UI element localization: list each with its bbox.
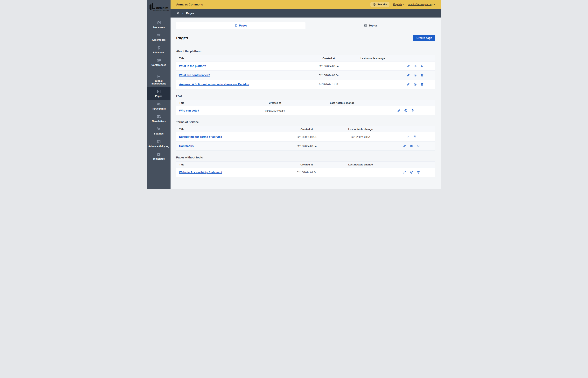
column-header-title: Title xyxy=(176,100,242,106)
edit-button[interactable] xyxy=(407,64,410,68)
tools-icon xyxy=(157,127,161,131)
sidebar-item-global-moderations[interactable]: Global moderations xyxy=(147,72,170,87)
trash-icon xyxy=(411,109,414,112)
page-title-link[interactable]: Website Accessibility Statement xyxy=(179,171,222,174)
table-row: Annares: A fictionnal universe to showca… xyxy=(176,80,435,89)
column-header-created-at: Created at xyxy=(280,162,333,168)
breadcrumb-current[interactable]: Pages xyxy=(186,12,194,15)
sidebar-item-assemblies[interactable]: Assemblies xyxy=(147,31,170,43)
sidebar-item-participants[interactable]: Participants xyxy=(147,100,170,112)
sidebar-item-initiatives[interactable]: Initiatives xyxy=(147,44,170,56)
table-row: Website Accessibility Statement 02/10/20… xyxy=(176,168,435,177)
preview-eye-icon xyxy=(413,73,417,77)
delete-button[interactable] xyxy=(420,73,424,77)
top-bar: Annares Commons See site English admin@e… xyxy=(170,0,441,9)
delete-button[interactable] xyxy=(420,64,424,68)
delete-button[interactable] xyxy=(417,171,420,174)
edit-button[interactable] xyxy=(407,82,410,86)
page-title-link[interactable]: Annares: A fictionnal universe to showca… xyxy=(179,83,249,86)
delete-button[interactable] xyxy=(417,144,420,148)
trash-icon xyxy=(417,171,420,174)
last-change-cell xyxy=(333,168,388,177)
section-heading: Terms of Service xyxy=(176,121,435,124)
preview-eye-icon xyxy=(413,135,417,139)
flag-icon xyxy=(157,74,161,79)
sidebar-item-templates[interactable]: Templates xyxy=(147,150,170,162)
pencil-icon xyxy=(406,135,410,139)
sidebar-item-admin-activity-log[interactable]: Admin activity log xyxy=(147,137,170,150)
top-bar-right: See site English admin@example.org xyxy=(371,2,435,7)
sidebar: decidim free open-source democracy Proce… xyxy=(147,0,170,189)
copy-icon xyxy=(157,152,161,156)
sidebar-item-label: Settings xyxy=(154,132,164,135)
last-change-cell xyxy=(350,80,395,89)
sidebar-item-settings[interactable]: Settings xyxy=(147,125,170,137)
table-header-row: Title Created at Last notable change xyxy=(176,126,435,132)
tab-pages[interactable]: Pages xyxy=(176,22,306,29)
pencil-icon xyxy=(407,82,410,86)
chevron-down-icon xyxy=(434,4,435,5)
preview-button[interactable] xyxy=(413,135,417,139)
breadcrumb: / Pages xyxy=(170,9,441,17)
window-icon xyxy=(364,24,367,27)
pencil-icon xyxy=(407,73,410,77)
main-area: Annares Commons See site English admin@e… xyxy=(170,0,441,189)
section-heading: About the platform xyxy=(176,50,435,53)
tab-topics[interactable]: Topics xyxy=(306,22,435,29)
window-icon xyxy=(234,24,237,27)
trash-icon xyxy=(417,144,420,148)
edit-button[interactable] xyxy=(403,171,406,174)
account-menu[interactable]: admin@example.org xyxy=(408,3,435,6)
trash-icon xyxy=(420,73,424,77)
preview-button[interactable] xyxy=(404,109,408,112)
sidebar-item-label: Templates xyxy=(153,158,165,160)
delete-button[interactable] xyxy=(411,109,414,112)
preview-button[interactable] xyxy=(413,64,417,68)
sidebar-item-processes[interactable]: Processes xyxy=(147,18,170,31)
pencil-icon xyxy=(403,171,406,174)
header-divider xyxy=(176,44,435,44)
created-at-cell: 02/10/2024 08:54 xyxy=(242,106,308,115)
sidebar-item-label: Assemblies xyxy=(152,39,166,41)
page-header: Pages Create page xyxy=(176,35,435,41)
create-page-button[interactable]: Create page xyxy=(413,35,435,41)
column-header-actions xyxy=(395,55,435,62)
account-label: admin@example.org xyxy=(408,3,433,6)
edit-button[interactable] xyxy=(407,73,410,77)
chevron-down-icon xyxy=(403,4,404,5)
page-title-link[interactable]: What are conferences? xyxy=(179,74,210,77)
last-change-cell xyxy=(350,62,395,71)
column-header-last-change: Last notable change xyxy=(350,55,395,62)
trash-icon xyxy=(420,82,424,86)
language-selector[interactable]: English xyxy=(393,3,404,6)
table-header-row: Title Created at Last notable change xyxy=(176,100,435,106)
sidebar-item-label: Participants xyxy=(152,108,166,110)
page-title-link[interactable]: Contact us xyxy=(179,144,194,148)
preview-button[interactable] xyxy=(413,73,417,77)
page-title-link[interactable]: What is the platform xyxy=(179,64,206,68)
see-site-button[interactable]: See site xyxy=(371,2,389,7)
sidebar-item-pages[interactable]: Pages xyxy=(147,87,170,100)
page-title-link[interactable]: Default title for Terms of service xyxy=(179,135,222,138)
pencil-icon xyxy=(407,64,410,68)
delete-button[interactable] xyxy=(420,82,424,86)
sidebar-item-label: Admin activity log xyxy=(148,145,169,148)
page-title-link[interactable]: Who can vote? xyxy=(179,109,199,112)
last-change-cell xyxy=(333,142,388,151)
page-content: Pages Topics Pages Create page About the… xyxy=(170,17,441,189)
breadcrumb-home-link[interactable] xyxy=(176,12,179,15)
edit-button[interactable] xyxy=(403,144,406,148)
preview-button[interactable] xyxy=(410,144,413,148)
edit-button[interactable] xyxy=(406,135,410,139)
pencil-icon xyxy=(403,144,406,148)
see-site-label: See site xyxy=(377,3,387,6)
edit-button[interactable] xyxy=(397,109,401,112)
map-icon xyxy=(157,21,161,25)
sidebar-item-conferences[interactable]: Conferences xyxy=(147,56,170,68)
sidebar-item-newsletters[interactable]: Newsletters xyxy=(147,112,170,125)
decidim-logo-icon xyxy=(150,2,156,12)
preview-button[interactable] xyxy=(413,82,417,86)
column-header-created-at: Created at xyxy=(307,55,350,62)
decidim-logo[interactable]: decidim free open-source democracy xyxy=(147,0,170,13)
preview-button[interactable] xyxy=(410,171,413,174)
